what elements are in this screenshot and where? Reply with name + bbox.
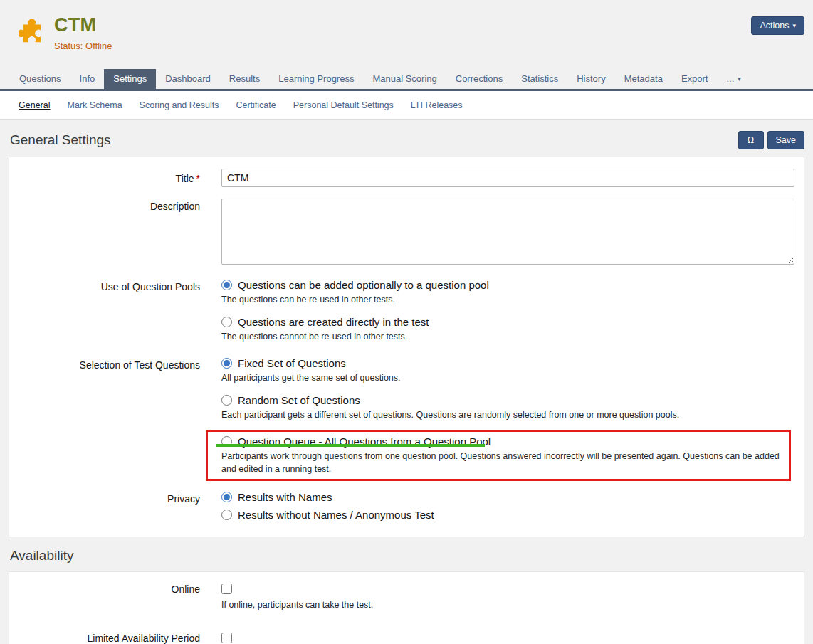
- title-field-content: [221, 169, 794, 187]
- fixed-set-radio[interactable]: [221, 358, 232, 369]
- privacy-row: Privacy Results with Names Results witho…: [9, 491, 794, 527]
- heading-buttons: Ω Save: [738, 131, 805, 149]
- fixed-set-label[interactable]: Fixed Set of Questions: [238, 357, 346, 369]
- limited-period-label: Limited Availability Period: [9, 633, 221, 644]
- online-content: If online, participants can take the tes…: [221, 584, 794, 614]
- tab-history[interactable]: History: [567, 69, 614, 89]
- radio-option-random-set: Random Set of Questions: [221, 394, 794, 406]
- pool-direct-help: The questions cannot be re-used in other…: [221, 330, 791, 343]
- limited-period-row: Limited Availability Period: [9, 633, 794, 644]
- question-selection-row: Selection of Test Questions Fixed Set of…: [9, 357, 794, 480]
- sub-tab-bar: General Mark Schema Scoring and Results …: [0, 91, 813, 120]
- random-set-help: Each participant gets a different set of…: [221, 408, 791, 421]
- limited-period-checkbox[interactable]: [221, 633, 232, 643]
- subtab-lti-releases[interactable]: LTI Releases: [411, 100, 463, 110]
- tab-export[interactable]: Export: [672, 69, 718, 89]
- title-field-label: Title*: [9, 169, 221, 187]
- privacy-content: Results with Names Results without Names…: [221, 491, 794, 527]
- required-asterisk: *: [196, 173, 200, 184]
- section-heading: General Settings: [10, 132, 111, 148]
- question-pools-content: Questions can be added optionally to a q…: [221, 279, 794, 346]
- tab-corrections[interactable]: Corrections: [446, 69, 512, 89]
- availability-panel: Online If online, participants can take …: [9, 571, 804, 644]
- results-without-names-label[interactable]: Results without Names / Anonymous Test: [238, 509, 434, 521]
- tab-learning-progress[interactable]: Learning Progress: [269, 69, 363, 89]
- radio-option-pool-optional: Questions can be added optionally to a q…: [221, 279, 794, 291]
- radio-option-pool-direct: Questions are created directly in the te…: [221, 316, 794, 328]
- description-field-label: Description: [9, 199, 221, 268]
- general-settings-heading-row: General Settings Ω Save: [0, 120, 813, 157]
- privacy-label: Privacy: [9, 491, 221, 527]
- radio-option-question-queue: Question Queue - All Questions from a Qu…: [221, 436, 794, 448]
- pool-optional-label[interactable]: Questions can be added optionally to a q…: [238, 279, 489, 291]
- online-checkbox[interactable]: [221, 584, 232, 594]
- question-queue-help: Participants work through questions from…: [221, 450, 791, 475]
- general-settings-panel: Title* Description Use of Question Pools…: [9, 157, 804, 537]
- status-text: Status: Offline: [54, 41, 112, 51]
- tab-settings[interactable]: Settings: [104, 69, 156, 89]
- pool-optional-radio[interactable]: [221, 280, 232, 290]
- header: CTM Status: Offline Actions▾: [0, 0, 813, 69]
- omega-button[interactable]: Ω: [738, 131, 764, 149]
- question-selection-label: Selection of Test Questions: [9, 357, 221, 480]
- description-field-row: Description: [9, 199, 794, 268]
- question-queue-option-block: Question Queue - All Questions from a Qu…: [221, 432, 794, 480]
- tab-more-label: ...: [726, 73, 734, 84]
- availability-heading: Availability: [10, 548, 73, 564]
- results-with-names-label[interactable]: Results with Names: [238, 491, 332, 503]
- random-set-label[interactable]: Random Set of Questions: [238, 394, 360, 406]
- subtab-mark-schema[interactable]: Mark Schema: [67, 100, 122, 110]
- test-puzzle-icon: [19, 14, 47, 43]
- question-pools-label: Use of Question Pools: [9, 279, 221, 346]
- caret-down-icon: ▾: [792, 22, 796, 29]
- field-label-text: Title: [176, 173, 194, 184]
- pool-direct-label[interactable]: Questions are created directly in the te…: [238, 316, 429, 328]
- page: CTM Status: Offline Actions▾ Questions I…: [0, 0, 813, 644]
- description-field-content: [221, 199, 794, 268]
- online-row: Online If online, participants can take …: [9, 584, 794, 614]
- description-textarea[interactable]: [221, 199, 794, 265]
- tab-statistics[interactable]: Statistics: [512, 69, 567, 89]
- radio-option-results-with-names: Results with Names: [221, 491, 794, 503]
- subtab-certificate[interactable]: Certificate: [236, 100, 276, 110]
- question-pools-row: Use of Question Pools Questions can be a…: [9, 279, 794, 346]
- radio-option-fixed-set: Fixed Set of Questions: [221, 357, 794, 369]
- question-queue-label[interactable]: Question Queue - All Questions from a Qu…: [238, 436, 491, 448]
- object-title-block: CTM Status: Offline: [19, 0, 112, 69]
- random-set-radio[interactable]: [221, 395, 232, 406]
- tab-manual-scoring[interactable]: Manual Scoring: [363, 69, 446, 89]
- limited-period-content: [221, 633, 794, 644]
- online-label: Online: [9, 584, 221, 614]
- pool-optional-help: The questions can be re-used in other te…: [221, 293, 791, 306]
- availability-heading-row: Availability: [0, 537, 813, 571]
- question-queue-radio[interactable]: [221, 436, 232, 447]
- title-field-row: Title*: [9, 169, 794, 187]
- actions-button[interactable]: Actions▾: [751, 16, 804, 35]
- page-title: CTM: [54, 14, 112, 36]
- tab-questions[interactable]: Questions: [10, 69, 70, 89]
- radio-option-results-without-names: Results without Names / Anonymous Test: [221, 509, 794, 521]
- title-input[interactable]: [221, 169, 794, 187]
- tab-info[interactable]: Info: [70, 69, 105, 89]
- results-with-names-radio[interactable]: [221, 492, 232, 502]
- title-column: CTM Status: Offline: [54, 14, 112, 51]
- fixed-set-help: All participants get the same set of que…: [221, 371, 791, 384]
- pool-direct-radio[interactable]: [221, 317, 232, 327]
- subtab-scoring-and-results[interactable]: Scoring and Results: [140, 100, 219, 110]
- online-help: If online, participants can take the tes…: [221, 598, 791, 611]
- question-selection-content: Fixed Set of Questions All participants …: [221, 357, 794, 480]
- tab-metadata[interactable]: Metadata: [615, 69, 672, 89]
- save-button[interactable]: Save: [767, 131, 805, 149]
- subtab-personal-default-settings[interactable]: Personal Default Settings: [293, 100, 394, 110]
- tab-results[interactable]: Results: [220, 69, 269, 89]
- tab-more[interactable]: ...▾: [717, 69, 750, 89]
- caret-down-icon: ▾: [738, 75, 741, 83]
- tab-dashboard[interactable]: Dashboard: [156, 69, 220, 89]
- main-tab-bar: Questions Info Settings Dashboard Result…: [0, 69, 813, 91]
- actions-button-label: Actions: [760, 21, 789, 31]
- subtab-general[interactable]: General: [19, 100, 50, 110]
- results-without-names-radio[interactable]: [221, 510, 232, 520]
